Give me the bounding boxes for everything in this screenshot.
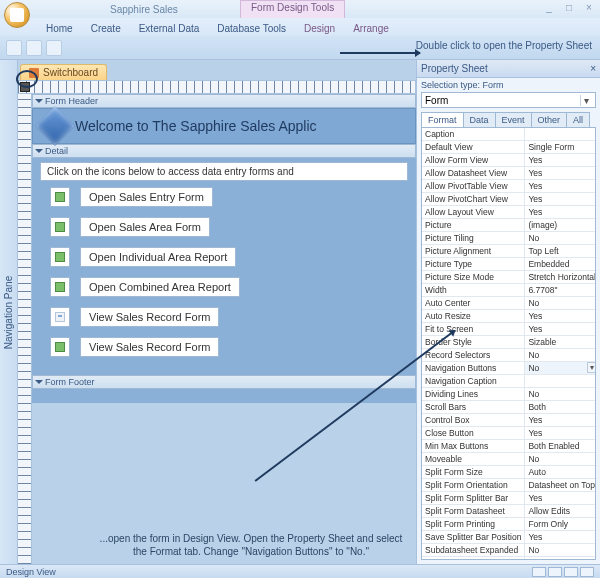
property-row[interactable]: Auto CenterNo bbox=[422, 297, 596, 310]
property-value[interactable]: Yes bbox=[525, 414, 596, 427]
property-value[interactable]: Stretch Horizontal bbox=[525, 271, 596, 284]
property-value[interactable]: No bbox=[525, 453, 596, 466]
property-row[interactable]: Picture TypeEmbedded bbox=[422, 258, 596, 271]
property-value[interactable]: Auto bbox=[525, 466, 596, 479]
switchboard-item[interactable]: Open Sales Area Form bbox=[50, 217, 408, 237]
property-value[interactable]: No bbox=[525, 297, 596, 310]
property-row[interactable]: Allow PivotTable ViewYes bbox=[422, 180, 596, 193]
switchboard-item[interactable]: Open Combined Area Report bbox=[50, 277, 408, 297]
property-tab-format[interactable]: Format bbox=[421, 112, 464, 127]
form-selector-handle[interactable] bbox=[20, 82, 30, 92]
qat-undo-icon[interactable] bbox=[26, 40, 42, 56]
property-value[interactable]: Form Only bbox=[525, 518, 596, 531]
property-row[interactable]: Allow Form ViewYes bbox=[422, 154, 596, 167]
property-value[interactable]: No bbox=[525, 232, 596, 245]
property-row[interactable]: MoveableNo bbox=[422, 453, 596, 466]
property-value[interactable]: 0" bbox=[525, 557, 596, 561]
property-row[interactable]: Picture Size ModeStretch Horizontal bbox=[422, 271, 596, 284]
property-row[interactable]: Subdatasheet Height0" bbox=[422, 557, 596, 561]
switchboard-item[interactable]: View Sales Record Form bbox=[50, 307, 408, 327]
property-value[interactable]: Yes bbox=[525, 531, 596, 544]
view-datasheet-button[interactable] bbox=[548, 567, 562, 577]
property-value[interactable]: Datasheet on Top bbox=[525, 479, 596, 492]
view-design-button[interactable] bbox=[532, 567, 546, 577]
property-value[interactable]: Single Form bbox=[525, 141, 596, 154]
property-row[interactable]: Picture TilingNo bbox=[422, 232, 596, 245]
property-value[interactable]: Both bbox=[525, 401, 596, 414]
property-row[interactable]: Allow Layout ViewYes bbox=[422, 206, 596, 219]
object-tab-switchboard[interactable]: Switchboard bbox=[20, 64, 107, 80]
property-value[interactable]: Yes bbox=[525, 193, 596, 206]
property-row[interactable]: Caption bbox=[422, 128, 596, 141]
property-row[interactable]: Default ViewSingle Form bbox=[422, 141, 596, 154]
property-row[interactable]: Close ButtonYes bbox=[422, 427, 596, 440]
property-row[interactable]: Picture(image) bbox=[422, 219, 596, 232]
design-canvas[interactable]: Form Header Welcome to The Sapphire Sale… bbox=[32, 94, 416, 564]
property-row[interactable]: Split Form Splitter BarYes bbox=[422, 492, 596, 505]
property-value[interactable]: Yes bbox=[525, 206, 596, 219]
property-row[interactable]: Dividing LinesNo bbox=[422, 388, 596, 401]
property-row[interactable]: Allow Datasheet ViewYes bbox=[422, 167, 596, 180]
maximize-button[interactable]: □ bbox=[562, 2, 576, 14]
property-row[interactable]: Picture AlignmentTop Left bbox=[422, 245, 596, 258]
property-value[interactable]: Both Enabled bbox=[525, 440, 596, 453]
view-layout-button[interactable] bbox=[580, 567, 594, 577]
switchboard-item[interactable]: Open Sales Entry Form bbox=[50, 187, 408, 207]
close-button[interactable]: × bbox=[582, 2, 596, 14]
section-bar-detail[interactable]: Detail bbox=[32, 144, 416, 158]
property-value[interactable]: No bbox=[525, 349, 596, 362]
navigation-pane-collapsed[interactable]: Navigation Pane bbox=[0, 60, 18, 564]
property-row[interactable]: Split Form DatasheetAllow Edits bbox=[422, 505, 596, 518]
tab-home[interactable]: Home bbox=[38, 21, 81, 36]
property-value[interactable] bbox=[525, 128, 596, 141]
property-value[interactable]: No bbox=[525, 362, 596, 375]
property-tab-other[interactable]: Other bbox=[531, 112, 568, 127]
property-value[interactable]: 6.7708" bbox=[525, 284, 596, 297]
property-row[interactable]: Navigation ButtonsNo bbox=[422, 362, 596, 375]
switchboard-item[interactable]: View Sales Record Form bbox=[50, 337, 408, 357]
tab-create[interactable]: Create bbox=[83, 21, 129, 36]
tab-arrange[interactable]: Arrange bbox=[345, 21, 397, 36]
tab-external-data[interactable]: External Data bbox=[131, 21, 208, 36]
vertical-ruler[interactable] bbox=[18, 94, 32, 564]
property-row[interactable]: Allow PivotChart ViewYes bbox=[422, 193, 596, 206]
view-form-button[interactable] bbox=[564, 567, 578, 577]
close-icon[interactable]: × bbox=[590, 63, 596, 74]
property-value[interactable]: No bbox=[525, 544, 596, 557]
qat-save-icon[interactable] bbox=[6, 40, 22, 56]
minimize-button[interactable]: _ bbox=[542, 2, 556, 14]
property-value[interactable] bbox=[525, 375, 596, 388]
property-row[interactable]: Subdatasheet ExpandedNo bbox=[422, 544, 596, 557]
property-tab-all[interactable]: All bbox=[566, 112, 590, 127]
property-value[interactable]: Yes bbox=[525, 180, 596, 193]
property-row[interactable]: Record SelectorsNo bbox=[422, 349, 596, 362]
property-row[interactable]: Auto ResizeYes bbox=[422, 310, 596, 323]
property-row[interactable]: Navigation Caption bbox=[422, 375, 596, 388]
property-row[interactable]: Split Form OrientationDatasheet on Top bbox=[422, 479, 596, 492]
tab-database-tools[interactable]: Database Tools bbox=[209, 21, 294, 36]
section-bar-footer[interactable]: Form Footer bbox=[32, 375, 416, 389]
horizontal-ruler[interactable] bbox=[18, 80, 416, 94]
property-row[interactable]: Scroll BarsBoth bbox=[422, 401, 596, 414]
property-sheet-title-bar[interactable]: Property Sheet × bbox=[417, 60, 600, 78]
property-grid[interactable]: CaptionDefault ViewSingle FormAllow Form… bbox=[421, 128, 596, 560]
property-value[interactable]: Yes bbox=[525, 427, 596, 440]
property-row[interactable]: Min Max ButtonsBoth Enabled bbox=[422, 440, 596, 453]
tab-design[interactable]: Design bbox=[296, 21, 343, 36]
property-value[interactable]: Yes bbox=[525, 492, 596, 505]
property-value[interactable]: Yes bbox=[525, 310, 596, 323]
property-row[interactable]: Width6.7708" bbox=[422, 284, 596, 297]
property-value[interactable]: Yes bbox=[525, 167, 596, 180]
property-value[interactable]: No bbox=[525, 388, 596, 401]
section-bar-header[interactable]: Form Header bbox=[32, 94, 416, 108]
property-row[interactable]: Fit to ScreenYes bbox=[422, 323, 596, 336]
property-row[interactable]: Control BoxYes bbox=[422, 414, 596, 427]
property-row[interactable]: Border StyleSizable bbox=[422, 336, 596, 349]
property-row[interactable]: Split Form SizeAuto bbox=[422, 466, 596, 479]
property-value[interactable]: Top Left bbox=[525, 245, 596, 258]
property-tab-data[interactable]: Data bbox=[463, 112, 496, 127]
switchboard-item[interactable]: Open Individual Area Report bbox=[50, 247, 408, 267]
property-value[interactable]: Yes bbox=[525, 154, 596, 167]
qat-redo-icon[interactable] bbox=[46, 40, 62, 56]
property-value[interactable]: Yes bbox=[525, 323, 596, 336]
